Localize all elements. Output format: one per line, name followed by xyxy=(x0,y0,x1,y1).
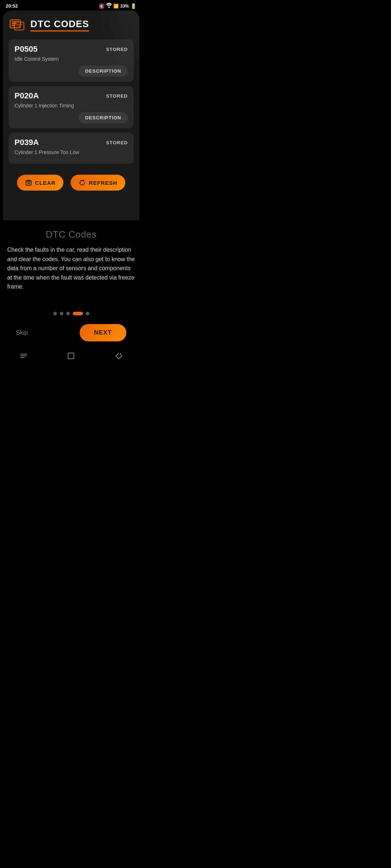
dtc-code-p039a: P039A xyxy=(14,138,39,147)
dtc-codes-icon xyxy=(9,18,26,32)
signal-icon: 📶 xyxy=(113,4,119,9)
system-navbar xyxy=(0,347,142,369)
dot-5 xyxy=(86,312,89,315)
dot-2 xyxy=(60,312,63,315)
refresh-label: REFRESH xyxy=(89,180,117,186)
next-button[interactable]: NEXT xyxy=(80,324,126,341)
dtc-desc-p039a: Cylinder 1 Pressure Too Low xyxy=(14,149,128,155)
dtc-card-p039a: P039A STORED Cylinder 1 Pressure Too Low xyxy=(9,133,134,164)
status-icons: 🔇 📶 33% 🔋 xyxy=(98,3,136,9)
bottom-navigation: Skip NEXT xyxy=(7,321,135,347)
dtc-status-p0505: STORED xyxy=(106,47,128,52)
dtc-card-p0505: P0505 STORED Idle Control System DESCRIP… xyxy=(9,39,134,82)
dtc-desc-p0505: Idle Control System xyxy=(14,56,128,62)
info-body: Check the faults in the car, read their … xyxy=(7,245,135,292)
battery-icon: 🔋 xyxy=(130,3,136,9)
home-gesture-icon[interactable] xyxy=(67,352,75,362)
wifi-icon xyxy=(106,3,112,9)
battery-level: 33% xyxy=(120,4,129,9)
description-button-p020a[interactable]: DESCRIPTION xyxy=(79,112,128,123)
info-section: DTC Codes Check the faults in the car, r… xyxy=(0,220,142,297)
refresh-icon xyxy=(79,179,86,186)
main-card: DTC CODES P0505 STORED Idle Control Syst… xyxy=(3,10,139,220)
page-header: DTC CODES xyxy=(9,18,134,32)
page-title: DTC CODES xyxy=(30,18,89,31)
clear-button[interactable]: CLEAR xyxy=(17,175,64,191)
status-bar: 20:52 🔇 📶 33% 🔋 xyxy=(0,0,142,10)
dtc-cards-list: P0505 STORED Idle Control System DESCRIP… xyxy=(9,39,134,164)
dtc-desc-p020a: Cylinder 1 Injection Timing xyxy=(14,103,128,109)
description-button-p0505[interactable]: DESCRIPTION xyxy=(79,65,128,77)
svg-point-0 xyxy=(108,7,110,8)
dtc-status-p020a: STORED xyxy=(106,93,128,99)
info-title: DTC Codes xyxy=(7,229,135,240)
dot-1 xyxy=(53,312,57,315)
trash-icon xyxy=(25,179,32,186)
dot-3 xyxy=(66,312,70,315)
mute-icon: 🔇 xyxy=(98,3,105,9)
dtc-card-p020a: P020A STORED Cylinder 1 Injection Timing… xyxy=(9,86,134,128)
dtc-code-p0505: P0505 xyxy=(14,44,38,54)
dot-4-active xyxy=(73,312,83,315)
pagination-dots xyxy=(7,301,135,321)
skip-button[interactable]: Skip xyxy=(16,329,28,336)
back-gesture-icon[interactable] xyxy=(20,352,27,361)
recents-gesture-icon[interactable] xyxy=(115,352,122,361)
action-buttons-row: CLEAR REFRESH xyxy=(9,175,134,198)
status-time: 20:52 xyxy=(6,3,18,9)
dtc-code-p020a: P020A xyxy=(14,91,39,101)
clear-label: CLEAR xyxy=(35,180,56,186)
svg-rect-20 xyxy=(68,353,74,359)
refresh-button[interactable]: REFRESH xyxy=(71,175,125,191)
dtc-status-p039a: STORED xyxy=(106,140,128,145)
